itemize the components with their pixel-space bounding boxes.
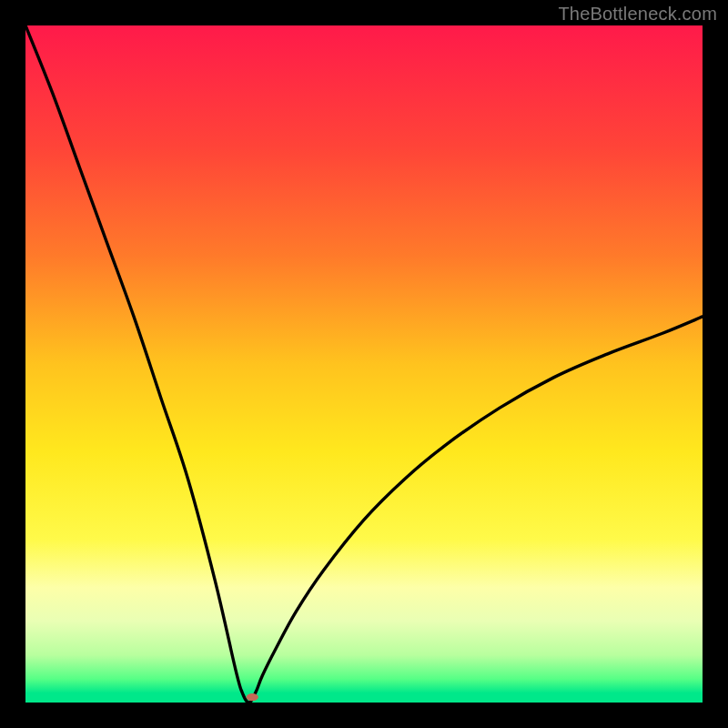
watermark-text: TheBottleneck.com — [558, 4, 717, 25]
chart-frame: TheBottleneck.com — [0, 0, 728, 728]
plot-area — [25, 25, 703, 703]
optimal-point-marker — [247, 693, 258, 701]
bottleneck-chart — [25, 25, 703, 703]
gradient-background — [25, 25, 703, 703]
